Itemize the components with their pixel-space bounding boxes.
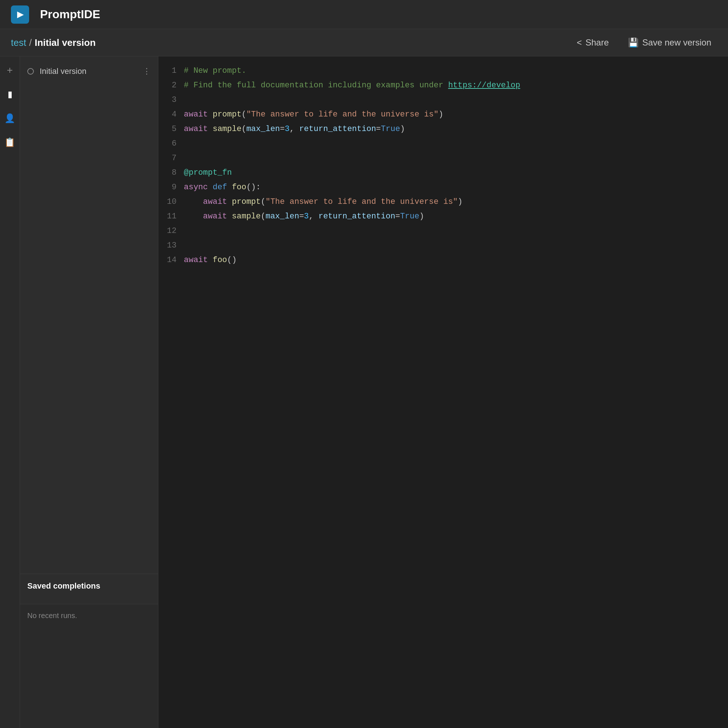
code-line: 2# Find the full documentation including…	[158, 78, 728, 93]
code-token: )	[400, 124, 405, 134]
line-content: # New prompt.	[184, 64, 246, 78]
line-number: 1	[158, 64, 184, 78]
line-content: @prompt_fn	[184, 166, 232, 179]
code-token: await	[203, 212, 232, 221]
expand-icon: ▶	[17, 10, 23, 19]
code-line: 13	[158, 239, 728, 253]
line-content: await sample(max_len=3, return_attention…	[184, 123, 405, 136]
code-line: 10 await prompt("The answer to life and …	[158, 195, 728, 209]
code-line: 9async def foo():	[158, 180, 728, 195]
doc-icon: 📋	[5, 137, 15, 147]
line-number: 5	[158, 123, 184, 136]
person-icon: 👤	[5, 113, 15, 123]
line-number: 9	[158, 181, 184, 194]
version-item-label: Initial version	[40, 67, 137, 76]
code-token: (	[261, 197, 265, 206]
share-button[interactable]: < Share	[571, 35, 615, 50]
sidebar-item-files[interactable]: ▮	[3, 88, 16, 101]
main-content: + ▮ 👤 📋 Initial version ⋮ Saved completi…	[0, 57, 728, 728]
top-bar: ▶ PromptIDE	[0, 0, 728, 29]
line-content: await prompt("The answer to life and the…	[184, 196, 463, 209]
code-line: 11 await sample(max_len=3, return_attent…	[158, 209, 728, 224]
line-number: 14	[158, 254, 184, 267]
code-line: 12	[158, 224, 728, 239]
expand-button[interactable]: ▶	[11, 5, 29, 24]
code-token: return_attention	[299, 124, 376, 134]
code-token: await	[184, 255, 213, 265]
breadcrumb-separator: /	[29, 37, 32, 48]
code-editor[interactable]: 1# New prompt.2# Find the full documenta…	[158, 57, 728, 728]
saved-completions-header: Saved completions	[20, 574, 158, 604]
code-token: https://develop	[448, 81, 520, 90]
line-number: 13	[158, 239, 184, 252]
share-label: Share	[586, 37, 609, 48]
sidebar-item-users[interactable]: 👤	[3, 112, 16, 125]
version-item[interactable]: Initial version ⋮	[20, 60, 158, 83]
code-token: # New prompt.	[184, 66, 246, 75]
add-button[interactable]: +	[3, 64, 16, 77]
breadcrumb: test / Initial version	[11, 37, 96, 48]
share-icon: <	[577, 37, 582, 48]
code-token: foo	[232, 183, 246, 192]
line-content	[184, 137, 188, 150]
code-line: 4await prompt("The answer to life and th…	[158, 107, 728, 122]
version-panel: Initial version ⋮ Saved completions No r…	[20, 57, 158, 728]
line-number: 7	[158, 152, 184, 165]
code-token: )	[439, 110, 444, 119]
code-token: 3	[284, 124, 289, 134]
code-token: "The answer to life and the universe is"	[265, 197, 457, 206]
code-token: ():	[246, 183, 261, 192]
toolbar: test / Initial version < Share 💾 Save ne…	[0, 29, 728, 57]
code-line: 1# New prompt.	[158, 64, 728, 78]
code-token: foo	[213, 255, 227, 265]
line-content	[184, 239, 188, 252]
code-token: return_attention	[318, 212, 395, 221]
line-number: 8	[158, 166, 184, 179]
line-number: 10	[158, 196, 184, 209]
version-menu-button[interactable]: ⋮	[143, 67, 151, 76]
code-token: ,	[289, 124, 299, 134]
code-token: )	[458, 197, 463, 206]
line-number: 6	[158, 137, 184, 150]
icon-sidebar: + ▮ 👤 📋	[0, 57, 20, 728]
code-token: )	[419, 212, 424, 221]
code-token: "The answer to life and the universe is"	[246, 110, 439, 119]
line-number: 4	[158, 108, 184, 121]
code-line: 6	[158, 136, 728, 151]
code-token: =	[395, 212, 400, 221]
no-recent-runs-text: No recent runs.	[27, 608, 77, 623]
code-token: ,	[309, 212, 318, 221]
code-token: sample	[232, 212, 261, 221]
code-token: max_len	[246, 124, 280, 134]
code-line: 7	[158, 151, 728, 166]
code-token: (	[261, 212, 265, 221]
code-token: sample	[213, 124, 241, 134]
code-token: async	[184, 183, 213, 192]
breadcrumb-test-link[interactable]: test	[11, 37, 26, 48]
line-content: await foo()	[184, 254, 237, 267]
code-token: await	[203, 197, 232, 206]
saved-completions-title: Saved completions	[27, 581, 151, 591]
code-token: (	[241, 124, 246, 134]
version-bullet	[27, 68, 34, 75]
saved-completions-panel: No recent runs.	[20, 604, 158, 728]
code-token: await	[184, 124, 213, 134]
code-token: 3	[304, 212, 309, 221]
code-token: =	[280, 124, 284, 134]
save-label: Save new version	[642, 37, 711, 48]
line-content: await sample(max_len=3, return_attention…	[184, 210, 424, 223]
line-number: 2	[158, 79, 184, 92]
code-token: True	[381, 124, 400, 134]
code-line: 14await foo()	[158, 253, 728, 268]
line-content: # Find the full documentation including …	[184, 79, 520, 92]
sidebar-item-docs[interactable]: 📋	[3, 136, 16, 149]
code-line: 8@prompt_fn	[158, 166, 728, 180]
line-number: 11	[158, 210, 184, 223]
code-token: # Find the full documentation including …	[184, 81, 448, 90]
code-line: 5await sample(max_len=3, return_attentio…	[158, 122, 728, 136]
line-content	[184, 152, 188, 165]
save-new-version-button[interactable]: 💾 Save new version	[622, 35, 717, 50]
line-content	[184, 225, 188, 238]
code-token: max_len	[265, 212, 299, 221]
line-content: async def foo():	[184, 181, 261, 194]
